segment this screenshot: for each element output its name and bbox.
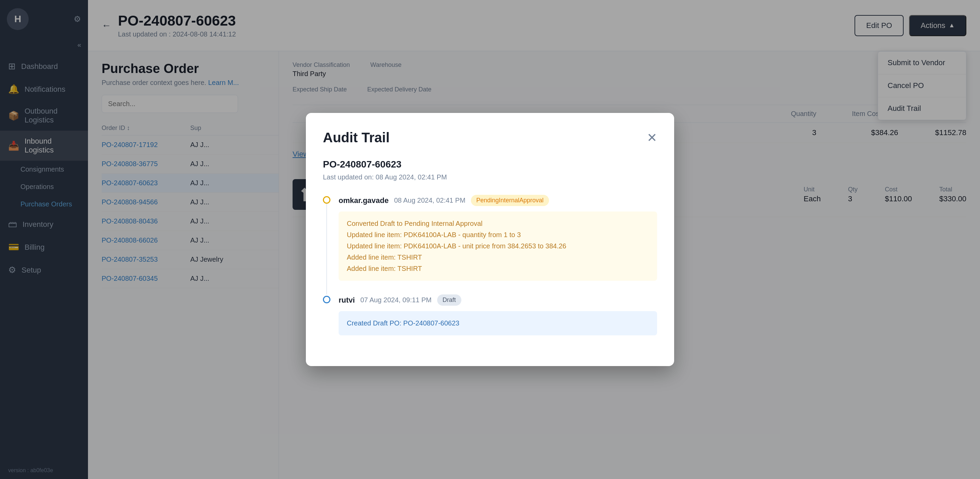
timeline-entry-1: omkar.gavade 08 Aug 2024, 02:41 PM Pendi…: [323, 195, 657, 294]
modal-title: Audit Trail: [323, 130, 390, 145]
modal-header: Audit Trail ✕: [323, 130, 657, 145]
timeline-dot-blue: [323, 296, 331, 303]
timeline-changes-2: Created Draft PO: PO-240807-60623: [339, 311, 657, 335]
audit-timeline: omkar.gavade 08 Aug 2024, 02:41 PM Pendi…: [323, 195, 657, 349]
change-item: Converted Draft to Pending Internal Appr…: [347, 220, 649, 228]
timeline-line: [326, 204, 327, 294]
timeline-user-1: omkar.gavade: [339, 196, 389, 205]
modal-last-updated: Last updated on: 08 Aug 2024, 02:41 PM: [323, 173, 657, 181]
modal-close-button[interactable]: ✕: [647, 131, 657, 145]
timeline-changes-1: Converted Draft to Pending Internal Appr…: [339, 212, 657, 281]
timeline-dot-col: [323, 195, 331, 294]
timeline-date-1: 08 Aug 2024, 02:41 PM: [394, 196, 465, 204]
change-item: Created Draft PO: PO-240807-60623: [347, 319, 649, 327]
change-item: Added line item: TSHIRT: [347, 265, 649, 273]
modal-po-id: PO-240807-60623: [323, 159, 657, 170]
change-item: Added line item: TSHIRT: [347, 254, 649, 261]
timeline-dot-col-2: [323, 294, 331, 349]
timeline-date-2: 07 Aug 2024, 09:11 PM: [360, 296, 432, 304]
timeline-meta-1: omkar.gavade 08 Aug 2024, 02:41 PM Pendi…: [339, 195, 657, 206]
timeline-badge-2: Draft: [437, 294, 461, 306]
timeline-meta-2: rutvi 07 Aug 2024, 09:11 PM Draft: [339, 294, 657, 306]
change-item: Updated line item: PDK64100A-LAB - unit …: [347, 242, 649, 250]
timeline-entry-2: rutvi 07 Aug 2024, 09:11 PM Draft Create…: [323, 294, 657, 349]
timeline-dot-yellow: [323, 196, 331, 204]
timeline-content-1: omkar.gavade 08 Aug 2024, 02:41 PM Pendi…: [339, 195, 657, 294]
audit-trail-modal: Audit Trail ✕ PO-240807-60623 Last updat…: [306, 113, 674, 366]
timeline-badge-1: PendingInternalApproval: [471, 195, 549, 206]
timeline-user-2: rutvi: [339, 296, 355, 305]
change-item: Updated line item: PDK64100A-LAB - quant…: [347, 231, 649, 239]
timeline-content-2: rutvi 07 Aug 2024, 09:11 PM Draft Create…: [339, 294, 657, 349]
